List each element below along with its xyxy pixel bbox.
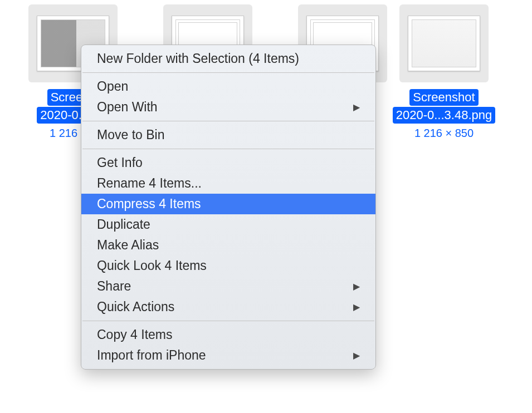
menu-import-from-iphone[interactable]: Import from iPhone ▶ [81, 345, 375, 366]
menu-duplicate[interactable]: Duplicate [81, 214, 375, 235]
menu-label: Compress 4 Items [97, 196, 201, 212]
chevron-right-icon: ▶ [353, 350, 360, 361]
menu-get-info[interactable]: Get Info [81, 153, 375, 173]
menu-label: Import from iPhone [97, 348, 206, 363]
file-item[interactable]: Screenshot 2020-0...3.48.png 1 216 × 850 [388, 0, 500, 140]
menu-label: Open With [97, 100, 158, 115]
chevron-right-icon: ▶ [353, 281, 360, 292]
menu-label: New Folder with Selection (4 Items) [97, 51, 299, 66]
menu-copy[interactable]: Copy 4 Items [81, 324, 375, 345]
menu-rename[interactable]: Rename 4 Items... [81, 173, 375, 194]
menu-label: Move to Bin [97, 127, 164, 142]
menu-open[interactable]: Open [81, 76, 375, 97]
menu-label: Quick Actions [97, 299, 174, 314]
file-label: Screenshot 2020-0...3.48.png 1 216 × 850 [393, 89, 495, 140]
menu-separator [82, 149, 374, 149]
file-name-line: 2020-0...3.48.png [393, 107, 495, 124]
menu-separator [82, 321, 374, 321]
menu-label: Copy 4 Items [97, 327, 173, 342]
menu-label: Duplicate [97, 217, 150, 232]
menu-label: Open [97, 79, 128, 94]
menu-share[interactable]: Share ▶ [81, 276, 375, 297]
context-menu: New Folder with Selection (4 Items) Open… [81, 45, 376, 370]
menu-open-with[interactable]: Open With ▶ [81, 97, 375, 117]
menu-new-folder-with-selection[interactable]: New Folder with Selection (4 Items) [81, 48, 375, 69]
menu-separator [82, 72, 374, 73]
menu-label: Make Alias [97, 238, 159, 253]
file-thumbnail [399, 4, 489, 82]
menu-make-alias[interactable]: Make Alias [81, 235, 375, 255]
menu-label: Quick Look 4 Items [97, 258, 207, 273]
menu-separator [82, 121, 374, 121]
chevron-right-icon: ▶ [353, 302, 360, 312]
menu-label: Share [97, 279, 131, 294]
file-name-line: Screenshot [409, 89, 478, 106]
menu-quick-look[interactable]: Quick Look 4 Items [81, 255, 375, 276]
menu-label: Get Info [97, 155, 143, 170]
menu-label: Rename 4 Items... [97, 176, 202, 191]
chevron-right-icon: ▶ [353, 102, 360, 112]
menu-compress[interactable]: Compress 4 Items [81, 194, 375, 214]
menu-move-to-bin[interactable]: Move to Bin [81, 125, 375, 145]
file-dimensions: 1 216 × 850 [414, 127, 474, 140]
menu-quick-actions[interactable]: Quick Actions ▶ [81, 297, 375, 317]
